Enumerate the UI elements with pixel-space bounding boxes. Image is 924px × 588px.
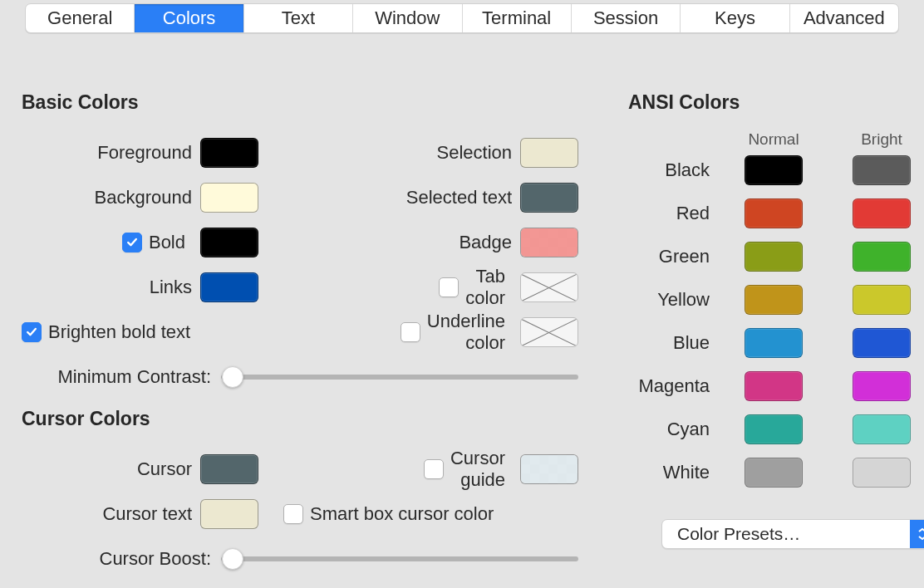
cursor-text-swatch[interactable] bbox=[200, 499, 258, 529]
min-contrast-label: Minimum Contrast: bbox=[22, 366, 221, 388]
ansi-row-cyan: Cyan bbox=[628, 408, 924, 451]
cursor-boost-slider[interactable] bbox=[221, 546, 578, 571]
ansi-yellow-normal-swatch[interactable] bbox=[745, 285, 803, 315]
ansi-name: Red bbox=[628, 203, 720, 224]
tab-advanced[interactable]: Advanced bbox=[790, 4, 898, 32]
ansi-row-white: White bbox=[628, 451, 924, 494]
underline-color-swatch[interactable] bbox=[520, 317, 578, 347]
tab-colors[interactable]: Colors bbox=[135, 4, 243, 32]
cursor-guide-swatch[interactable] bbox=[520, 454, 578, 484]
ansi-magenta-normal-swatch[interactable] bbox=[745, 371, 803, 401]
basic-colors-heading: Basic Colors bbox=[22, 91, 578, 114]
tab-keys[interactable]: Keys bbox=[681, 4, 789, 32]
cursor-boost-label: Cursor Boost: bbox=[22, 548, 221, 570]
cursor-text-label: Cursor text bbox=[102, 503, 200, 525]
ansi-name: Blue bbox=[628, 332, 720, 354]
ansi-blue-bright-swatch[interactable] bbox=[853, 328, 911, 358]
ansi-row-green: Green bbox=[628, 235, 924, 278]
selection-label: Selection bbox=[436, 142, 520, 164]
tab-color-checkbox[interactable] bbox=[439, 277, 459, 297]
ansi-green-bright-swatch[interactable] bbox=[853, 242, 911, 272]
brighten-bold-checkbox[interactable] bbox=[22, 322, 42, 342]
ansi-name: Green bbox=[628, 246, 720, 267]
links-swatch[interactable] bbox=[200, 272, 258, 302]
cursor-guide-checkbox[interactable] bbox=[424, 459, 444, 479]
ansi-row-magenta: Magenta bbox=[628, 365, 924, 408]
tab-terminal[interactable]: Terminal bbox=[463, 4, 572, 32]
ansi-row-blue: Blue bbox=[628, 321, 924, 365]
underline-color-checkbox[interactable] bbox=[401, 322, 420, 342]
tab-color-swatch[interactable] bbox=[520, 272, 578, 302]
cursor-swatch[interactable] bbox=[200, 454, 258, 484]
ansi-white-bright-swatch[interactable] bbox=[853, 458, 911, 488]
cursor-guide-label: Cursor guide bbox=[450, 448, 514, 491]
color-presets-label: Color Presets… bbox=[662, 524, 910, 544]
selected-text-swatch[interactable] bbox=[520, 183, 578, 213]
ansi-name: Yellow bbox=[628, 289, 720, 311]
ansi-row-black: Black bbox=[628, 149, 924, 192]
ansi-name: Black bbox=[628, 159, 720, 181]
ansi-black-bright-swatch[interactable] bbox=[853, 155, 911, 185]
tab-general[interactable]: General bbox=[26, 4, 135, 32]
min-contrast-slider[interactable] bbox=[221, 365, 578, 390]
ansi-green-normal-swatch[interactable] bbox=[745, 242, 803, 272]
ansi-name: Cyan bbox=[628, 419, 720, 440]
bold-label: Bold bbox=[149, 232, 194, 253]
foreground-label: Foreground bbox=[97, 142, 200, 164]
background-label: Background bbox=[95, 187, 200, 208]
tab-text[interactable]: Text bbox=[244, 4, 353, 32]
ansi-magenta-bright-swatch[interactable] bbox=[853, 371, 911, 401]
ansi-row-red: Red bbox=[628, 192, 924, 235]
ansi-head-bright: Bright bbox=[828, 130, 924, 149]
foreground-swatch[interactable] bbox=[200, 138, 258, 168]
ansi-name: White bbox=[628, 462, 720, 483]
badge-label: Badge bbox=[459, 232, 520, 253]
chevron-down-icon bbox=[910, 520, 924, 548]
ansi-yellow-bright-swatch[interactable] bbox=[853, 285, 911, 315]
ansi-black-normal-swatch[interactable] bbox=[745, 155, 803, 185]
ansi-head-normal: Normal bbox=[720, 130, 828, 149]
ansi-cyan-bright-swatch[interactable] bbox=[853, 414, 911, 444]
ansi-red-normal-swatch[interactable] bbox=[745, 198, 803, 228]
ansi-blue-normal-swatch[interactable] bbox=[745, 328, 803, 358]
smart-box-label: Smart box cursor color bbox=[310, 503, 494, 525]
ansi-white-normal-swatch[interactable] bbox=[745, 458, 803, 488]
underline-color-label: Underline color bbox=[427, 311, 514, 354]
cursor-label: Cursor bbox=[137, 458, 200, 480]
brighten-bold-label: Brighten bold text bbox=[48, 321, 190, 343]
ansi-colors-heading: ANSI Colors bbox=[628, 91, 924, 114]
selected-text-label: Selected text bbox=[406, 187, 520, 208]
tab-color-label: Tab color bbox=[465, 266, 514, 309]
selection-swatch[interactable] bbox=[520, 138, 578, 168]
bold-swatch[interactable] bbox=[200, 228, 258, 257]
cursor-colors-heading: Cursor Colors bbox=[22, 408, 578, 430]
background-swatch[interactable] bbox=[200, 183, 258, 213]
ansi-name: Magenta bbox=[628, 375, 720, 397]
ansi-cyan-normal-swatch[interactable] bbox=[745, 414, 803, 444]
badge-swatch[interactable] bbox=[520, 228, 578, 257]
links-label: Links bbox=[150, 277, 200, 298]
ansi-row-yellow: Yellow bbox=[628, 278, 924, 321]
tab-session[interactable]: Session bbox=[572, 4, 681, 32]
smart-box-checkbox[interactable] bbox=[283, 504, 303, 524]
settings-tabbar: General Colors Text Window Terminal Sess… bbox=[25, 3, 899, 33]
ansi-red-bright-swatch[interactable] bbox=[853, 198, 911, 228]
color-presets-dropdown[interactable]: Color Presets… bbox=[661, 519, 924, 549]
tab-window[interactable]: Window bbox=[353, 4, 462, 32]
bold-checkbox[interactable] bbox=[122, 233, 142, 252]
